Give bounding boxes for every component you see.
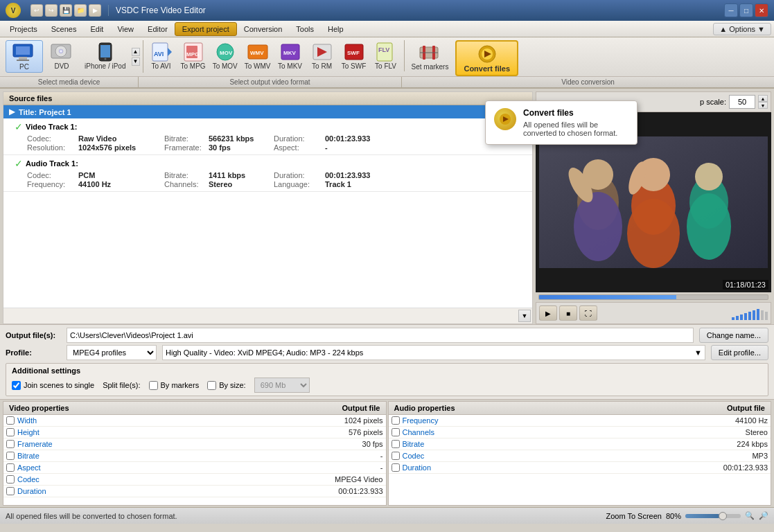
fullscreen-button[interactable]: ⛶ bbox=[579, 305, 597, 321]
device-pc[interactable]: PC bbox=[6, 40, 43, 73]
device-scroll-up[interactable]: ▲ bbox=[132, 48, 140, 56]
ap-channels-check[interactable] bbox=[392, 428, 400, 436]
menu-right: ▲ Options ▼ bbox=[713, 23, 771, 35]
vp-row-framerate: Framerate 30 fps bbox=[3, 438, 386, 450]
device-scroll: ▲ ▼ bbox=[132, 48, 140, 66]
scale-spin-up[interactable]: ▲ bbox=[758, 95, 768, 102]
flv-icon: FLV bbox=[374, 42, 398, 62]
menu-help[interactable]: Help bbox=[321, 23, 351, 35]
device-dvd[interactable]: DVD bbox=[44, 40, 79, 71]
preview-progress-bar[interactable] bbox=[538, 294, 768, 300]
device-section-label: Select media device bbox=[0, 77, 139, 87]
ap-codec-check[interactable] bbox=[392, 452, 400, 460]
vp-row-aspect: Aspect - bbox=[3, 462, 386, 474]
undo-btn[interactable]: ↩ bbox=[30, 4, 43, 17]
ap-bitrate-check[interactable] bbox=[392, 440, 400, 448]
ap-duration-check[interactable] bbox=[392, 463, 400, 472]
svg-text:MOV: MOV bbox=[220, 50, 233, 56]
vp-bitrate-check[interactable] bbox=[6, 452, 15, 460]
ap-frequency-check[interactable] bbox=[392, 416, 400, 425]
format-wmv[interactable]: WMV To WMV bbox=[242, 40, 274, 71]
menu-view[interactable]: View bbox=[110, 23, 141, 35]
at-duration-value: 00:01:23.933 bbox=[325, 171, 394, 179]
format-avi[interactable]: AVI To AVI bbox=[146, 40, 177, 71]
open-quick-btn[interactable]: 📁 bbox=[74, 4, 87, 17]
vp-codec-check[interactable] bbox=[6, 475, 15, 484]
vt-bitrate-label: Bitrate: bbox=[164, 134, 206, 143]
menu-editor[interactable]: Editor bbox=[141, 23, 175, 35]
size-value-select[interactable]: 690 Mb bbox=[254, 378, 310, 393]
format-mpg[interactable]: MPG To MPG bbox=[178, 40, 209, 71]
ap-row-codec: Codec MP3 bbox=[389, 450, 771, 462]
vt-duration-label: Duration: bbox=[274, 134, 322, 143]
svg-text:FLV: FLV bbox=[378, 46, 389, 53]
svg-point-42 bbox=[627, 199, 680, 268]
scale-input[interactable] bbox=[729, 95, 755, 109]
scale-spin: ▲ ▼ bbox=[758, 95, 768, 109]
maximize-btn[interactable]: □ bbox=[739, 3, 753, 17]
menu-scenes[interactable]: Scenes bbox=[44, 23, 84, 35]
svg-point-45 bbox=[687, 193, 731, 260]
preview-frame bbox=[539, 136, 768, 268]
convert-popup: Convert files All opened files will be c… bbox=[485, 100, 637, 145]
menu-conversion[interactable]: Conversion bbox=[237, 23, 290, 35]
menu-export-project[interactable]: Export project bbox=[175, 22, 237, 36]
vt-codec-value: Raw Video bbox=[78, 134, 161, 143]
device-group: PC DVD bbox=[3, 40, 143, 73]
vp-height-check[interactable] bbox=[6, 428, 15, 436]
change-name-button[interactable]: Change name... bbox=[699, 328, 768, 343]
redo-btn[interactable]: ↪ bbox=[45, 4, 58, 17]
minimize-btn[interactable]: ─ bbox=[724, 3, 738, 17]
format-group: AVI To AVI MPG To MPG bbox=[143, 40, 405, 71]
format-section-label: Select output video format bbox=[139, 77, 402, 87]
format-flv[interactable]: FLV To FLV bbox=[371, 40, 401, 71]
device-iphone[interactable]: iPhone / iPod bbox=[80, 40, 130, 71]
props-section: Video properties Output file Width 1024 … bbox=[0, 400, 774, 507]
at-duration-label: Duration: bbox=[274, 171, 322, 179]
svg-text:MKV: MKV bbox=[283, 50, 296, 56]
by-markers-checkbox[interactable] bbox=[149, 381, 158, 390]
vp-duration-check[interactable] bbox=[6, 487, 15, 495]
menu-tools[interactable]: Tools bbox=[289, 23, 321, 35]
at-bitrate-value: 1411 kbps bbox=[209, 171, 271, 179]
vt-aspect-label: Aspect: bbox=[274, 143, 322, 152]
play-button[interactable]: ▶ bbox=[539, 305, 557, 321]
options-button[interactable]: ▲ Options ▼ bbox=[713, 23, 771, 35]
profile-value-display[interactable]: High Quality - Video: XviD MPEG4; Audio:… bbox=[162, 345, 705, 360]
source-scroll-down[interactable]: ▼ bbox=[518, 310, 531, 322]
vp-framerate-check[interactable] bbox=[6, 440, 15, 448]
menu-bar: Projects Scenes Edit View Editor Export … bbox=[0, 21, 774, 37]
format-rm[interactable]: To RM bbox=[307, 40, 337, 71]
set-markers-btn[interactable]: Set markers bbox=[407, 40, 453, 73]
menu-edit[interactable]: Edit bbox=[83, 23, 110, 35]
format-mov[interactable]: MOV To MOV bbox=[210, 40, 240, 71]
vp-bitrate-value: - bbox=[380, 452, 383, 460]
convert-files-btn[interactable]: Convert files bbox=[455, 40, 518, 76]
svg-rect-2 bbox=[19, 57, 27, 60]
device-scroll-down[interactable]: ▼ bbox=[132, 57, 140, 66]
by-size-checkbox[interactable] bbox=[207, 381, 216, 390]
stop-button[interactable]: ■ bbox=[559, 305, 577, 321]
audio-props-header: Audio properties Output file bbox=[389, 402, 771, 415]
svg-marker-13 bbox=[168, 48, 172, 56]
save-quick-btn[interactable]: 💾 bbox=[60, 4, 72, 17]
output-path-input[interactable] bbox=[67, 328, 694, 343]
zoom-slider-thumb[interactable] bbox=[719, 512, 727, 520]
popup-logo bbox=[494, 108, 516, 130]
vp-width-check[interactable] bbox=[6, 416, 15, 425]
join-scenes-checkbox[interactable] bbox=[12, 381, 21, 390]
mkv-label: To MKV bbox=[278, 62, 302, 70]
scale-spin-down[interactable]: ▼ bbox=[758, 102, 768, 109]
play-quick-btn[interactable]: ▶ bbox=[89, 4, 101, 17]
format-mkv[interactable]: MKV To MKV bbox=[275, 40, 306, 71]
project-title-row: ▶ Title: Project 1 bbox=[3, 105, 532, 118]
source-panel: Source files ▶ Title: Project 1 ✓ Video … bbox=[3, 91, 533, 324]
format-swf[interactable]: SWF To SWF bbox=[339, 40, 369, 71]
edit-profile-button[interactable]: Edit profile... bbox=[711, 345, 768, 360]
vp-aspect-check[interactable] bbox=[6, 463, 15, 472]
profile-type-select[interactable]: MPEG4 profiles bbox=[67, 345, 157, 360]
close-btn[interactable]: ✕ bbox=[755, 3, 768, 17]
menu-projects[interactable]: Projects bbox=[3, 23, 44, 35]
video-check-icon: ✓ bbox=[15, 121, 23, 132]
zoom-slider[interactable] bbox=[685, 514, 741, 518]
